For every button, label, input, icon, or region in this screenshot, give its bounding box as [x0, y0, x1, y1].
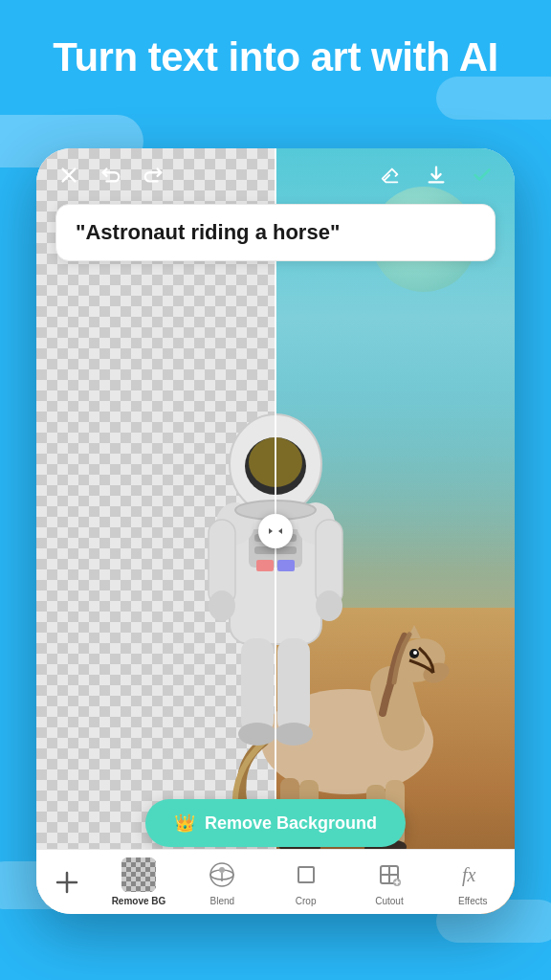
svg-point-10 [209, 590, 235, 621]
tool-blend[interactable]: Blend [193, 858, 251, 906]
remove-bg-label: Remove Background [205, 813, 377, 834]
close-button[interactable] [55, 162, 82, 189]
blend-tool-icon [205, 858, 239, 892]
checker-icon [121, 858, 156, 892]
toolbar-right [377, 162, 496, 189]
download-button[interactable] [423, 162, 450, 189]
crop-tool-icon [289, 858, 323, 892]
svg-point-12 [316, 590, 342, 621]
svg-rect-43 [298, 867, 314, 882]
toolbar-left [55, 162, 166, 189]
tool-cutout[interactable]: Cutout [361, 858, 418, 906]
remove-bg-tool-icon [121, 858, 156, 892]
header-title: Turn text into art with AI [0, 0, 551, 100]
tool-remove-bg[interactable]: Remove BG [110, 858, 167, 906]
svg-point-41 [219, 867, 225, 873]
tool-effects[interactable]: fx Effects [444, 858, 501, 906]
blend-tool-label: Blend [210, 896, 235, 906]
svg-rect-14 [277, 638, 310, 734]
cutout-tool-icon [372, 858, 407, 892]
phone-frame: "Astronaut riding a horse" 👑 Remove Back… [36, 148, 515, 914]
prompt-box: "Astronaut riding a horse" [55, 204, 496, 261]
toolbar [36, 148, 515, 202]
svg-point-15 [238, 723, 276, 746]
remove-background-button[interactable]: 👑 Remove Background [145, 799, 406, 847]
redo-button[interactable] [140, 162, 166, 189]
svg-rect-19 [277, 560, 295, 571]
add-button[interactable] [50, 865, 84, 900]
tool-crop[interactable]: Crop [277, 858, 335, 906]
remove-bg-tool-label: Remove BG [112, 896, 166, 906]
effects-tool-label: Effects [458, 896, 487, 906]
svg-text:fx: fx [462, 864, 476, 886]
svg-point-25 [413, 651, 417, 655]
effects-tool-icon: fx [455, 858, 490, 892]
bottom-toolbar: Remove BG Blend Crop [36, 849, 515, 914]
cutout-tool-label: Cutout [375, 896, 403, 906]
svg-rect-13 [241, 638, 274, 734]
eraser-button[interactable] [377, 162, 404, 189]
prompt-text: "Astronaut riding a horse" [76, 220, 340, 244]
svg-rect-18 [256, 560, 274, 571]
undo-button[interactable] [98, 162, 124, 189]
crop-tool-label: Crop [296, 896, 317, 906]
svg-point-16 [275, 723, 313, 746]
confirm-button[interactable] [469, 162, 496, 189]
crown-icon: 👑 [174, 813, 195, 834]
split-handle[interactable] [258, 514, 293, 548]
